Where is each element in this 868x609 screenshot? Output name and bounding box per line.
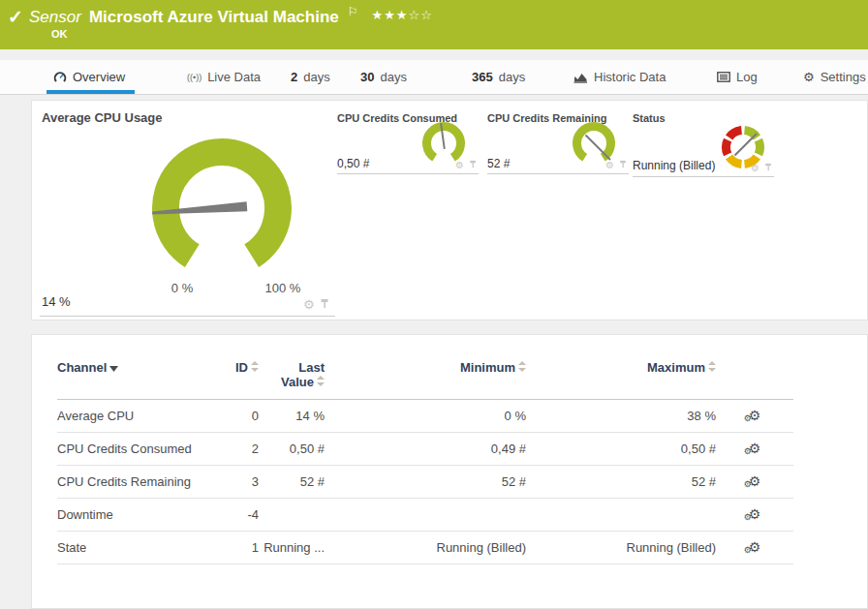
cell-id: 3 — [201, 466, 259, 499]
table-row-state[interactable]: State 1 Running ... Running (Billed) Run… — [57, 532, 793, 564]
area-chart-icon — [574, 72, 588, 83]
table-row-average-cpu[interactable]: Average CPU 0 14 % 0 % 38 % ⚙⚙ — [57, 400, 793, 433]
cell-channel: CPU Credits Remaining — [57, 466, 201, 499]
table-row-cpu-credits-remaining[interactable]: CPU Credits Remaining 3 52 # 52 # 52 # ⚙… — [57, 466, 793, 499]
gauge-settings-gear-icon[interactable]: ⚙ — [303, 297, 315, 312]
cell-maximum — [526, 499, 716, 532]
tab-suffix: days — [499, 70, 525, 84]
primary-gauge-value: 14 % — [42, 294, 71, 309]
channel-table: Channel ID Last Value Minimum Maximum — [57, 360, 793, 564]
cell-minimum: 52 # — [325, 466, 526, 499]
tab-label: Settings — [821, 70, 866, 84]
sensor-title-row: Sensor Microsoft Azure Virtual Machine ⚐… — [29, 6, 433, 27]
col-label: Maximum — [647, 360, 705, 375]
cell-id: 1 — [201, 532, 259, 564]
tab-bar: Overview ((•)) Live Data 2 days 30 days … — [0, 60, 868, 95]
col-label: Minimum — [460, 360, 515, 375]
col-header-actions — [716, 360, 793, 400]
divider — [337, 173, 479, 174]
col-label: Value — [281, 375, 314, 389]
sort-desc-icon — [109, 360, 118, 375]
tab-log[interactable]: Log — [717, 60, 758, 94]
col-header-last-value[interactable]: Last Value — [259, 360, 325, 400]
table-row-downtime[interactable]: Downtime -4 ⚙⚙ — [57, 499, 793, 532]
sort-icon — [251, 360, 259, 375]
tab-suffix: days — [303, 70, 329, 84]
log-icon — [717, 72, 730, 82]
broadcast-icon: ((•)) — [187, 73, 202, 82]
tab-number: 30 — [360, 70, 374, 84]
cell-last-value: 52 # — [259, 466, 325, 499]
channel-settings-icon[interactable]: ⚙⚙ — [749, 442, 761, 455]
col-label: Channel — [57, 360, 107, 375]
cell-minimum: Running (Billed) — [325, 532, 526, 564]
cell-channel: Average CPU — [57, 400, 201, 433]
gauge-tile-cpu-credits-remaining: CPU Credits Remaining 52 # ⚙ — [487, 108, 629, 178]
channel-settings-icon[interactable]: ⚙⚙ — [749, 507, 761, 521]
gauge-settings-gear-icon[interactable]: ⚙ — [455, 160, 464, 170]
gauge-pin-icon[interactable] — [619, 160, 627, 170]
col-header-maximum[interactable]: Maximum — [526, 360, 716, 400]
tab-365-days[interactable]: 365 days — [472, 60, 525, 94]
stars-empty: ☆☆ — [409, 8, 433, 22]
gauge-pin-icon[interactable] — [469, 160, 477, 170]
gauge-pin-icon[interactable] — [764, 163, 772, 173]
gauge-pin-icon[interactable] — [320, 297, 329, 312]
tab-settings[interactable]: ⚙ Settings — [803, 60, 866, 94]
tab-historic-data[interactable]: Historic Data — [574, 60, 666, 94]
sensor-header: ✓ Sensor Microsoft Azure Virtual Machine… — [0, 0, 868, 49]
tab-number: 2 — [291, 70, 297, 84]
sort-icon — [518, 360, 526, 375]
cell-minimum: 0,49 # — [325, 433, 526, 466]
col-label: ID — [235, 360, 248, 375]
col-label: Last — [259, 360, 325, 375]
cell-channel: State — [57, 532, 201, 564]
tab-30-days[interactable]: 30 days — [360, 60, 407, 94]
cell-last-value — [259, 499, 325, 532]
tile-value: 0,50 # — [337, 157, 369, 170]
cell-minimum — [325, 499, 526, 532]
primary-gauge-title: Average CPU Usage — [42, 110, 163, 125]
divider — [40, 316, 335, 317]
table-row-cpu-credits-consumed[interactable]: CPU Credits Consumed 2 0,50 # 0,49 # 0,5… — [57, 433, 793, 466]
col-header-channel[interactable]: Channel — [57, 360, 201, 400]
cell-minimum: 0 % — [325, 400, 526, 433]
divider — [487, 173, 629, 174]
overview-gauges-panel: Average CPU Usage 0 % 100 % 14 % ⚙ CPU C… — [31, 100, 868, 320]
cell-id: 0 — [201, 400, 259, 433]
col-header-minimum[interactable]: Minimum — [325, 360, 526, 400]
channel-settings-icon[interactable]: ⚙⚙ — [749, 409, 761, 422]
table-header-row: Channel ID Last Value Minimum Maximum — [57, 360, 793, 400]
tab-2-days[interactable]: 2 days — [291, 60, 330, 94]
cell-maximum: 38 % — [526, 400, 716, 433]
stars-filled: ★★★ — [372, 8, 409, 22]
gauge-icon — [53, 71, 67, 83]
sensor-status-text: OK — [51, 28, 68, 40]
gauge-settings-gear-icon[interactable]: ⚙ — [605, 160, 614, 170]
tab-label: Historic Data — [594, 70, 666, 84]
cell-channel: Downtime — [57, 499, 201, 532]
cell-last-value: 14 % — [259, 400, 325, 433]
tab-label: Log — [736, 70, 758, 84]
tab-suffix: days — [380, 70, 406, 84]
cell-channel: CPU Credits Consumed — [57, 433, 201, 466]
tab-label: Live Data — [207, 70, 261, 84]
cell-id: -4 — [201, 499, 259, 532]
tab-overview[interactable]: Overview — [53, 60, 125, 94]
priority-stars[interactable]: ★★★☆☆ — [372, 6, 433, 22]
gear-icon: ⚙ — [803, 70, 815, 84]
gauge-settings-gear-icon[interactable]: ⚙ — [751, 163, 760, 173]
channel-settings-icon[interactable]: ⚙⚙ — [749, 474, 761, 488]
channel-settings-icon[interactable]: ⚙⚙ — [749, 540, 761, 554]
cell-last-value: 0,50 # — [259, 433, 325, 466]
sort-icon — [317, 375, 325, 389]
flag-icon[interactable]: ⚐ — [348, 6, 358, 17]
gauge-tile-status: Status Running (Billed) ⚙ — [633, 108, 774, 178]
cell-maximum: 0,50 # — [526, 433, 716, 466]
tile-title: Status — [633, 112, 666, 124]
sort-icon — [708, 360, 716, 375]
cell-last-value: Running ... — [259, 532, 325, 564]
tab-live-data[interactable]: ((•)) Live Data — [187, 60, 261, 94]
tile-value: 52 # — [487, 157, 510, 170]
col-header-id[interactable]: ID — [201, 360, 259, 400]
